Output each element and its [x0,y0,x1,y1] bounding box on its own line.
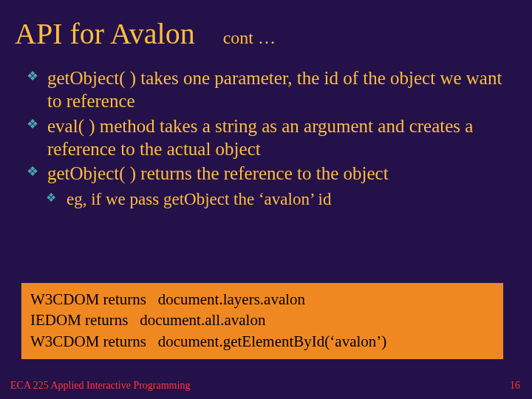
slide-body: getObject( ) takes one parameter, the id… [27,66,510,211]
slide-subtitle: cont … [223,28,276,48]
footer-page-number: 16 [510,380,520,392]
code-line: W3CDOM returns document.getElementById(‘… [30,331,494,352]
bullet-level1: eval( ) method takes a string as an argu… [27,115,510,161]
footer-course: ECA 225 Applied Interactive Programming [10,380,190,392]
bullet-level1: getObject( ) takes one parameter, the id… [27,66,510,113]
title-row: API for Avalon cont … [15,16,276,51]
code-line: W3CDOM returns document.layers.avalon [30,289,494,310]
code-box: W3CDOM returns document.layers.avalon IE… [21,282,504,360]
bullet-level1: getObject( ) returns the reference to th… [27,162,510,185]
code-line: IEDOM returns document.all.avalon [30,310,494,330]
sub-bullets: eg, if we pass getObject the ‘avalon’ id [46,189,510,211]
slide-title: API for Avalon [15,16,195,51]
slide: API for Avalon cont … getObject( ) takes… [0,0,532,399]
bullet-level2: eg, if we pass getObject the ‘avalon’ id [46,189,510,211]
